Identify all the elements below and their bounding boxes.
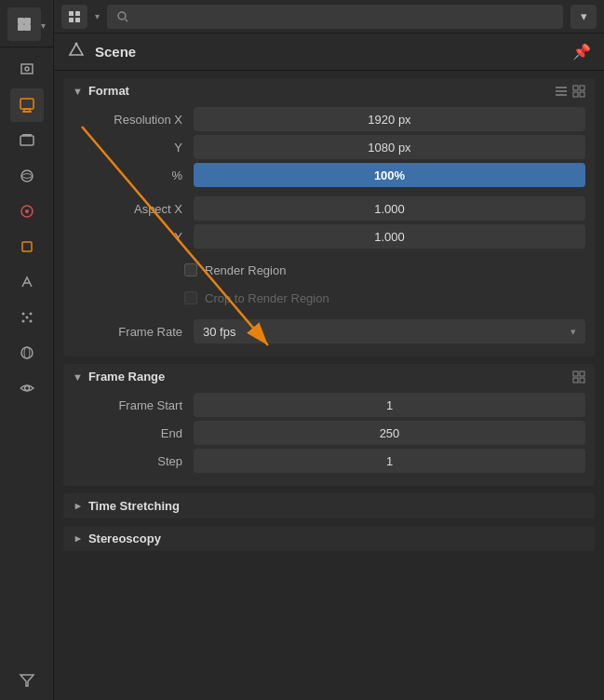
sidebar-icon-particles[interactable] (10, 301, 44, 334)
svg-rect-39 (573, 371, 578, 376)
frame-rate-label: Frame Rate (73, 325, 194, 339)
svg-point-21 (24, 347, 30, 358)
resolution-x-value[interactable]: 1920 px (194, 107, 585, 131)
frame-rate-dropdown[interactable]: 30 fps ▾ (194, 319, 585, 343)
svg-point-19 (29, 320, 32, 323)
crop-render-region-label: Crop to Render Region (205, 291, 329, 305)
properties-header: Scene 📌 (54, 34, 604, 71)
svg-rect-3 (24, 24, 31, 31)
stereoscopy-title: Stereoscopy (88, 532, 585, 545)
svg-point-22 (24, 386, 29, 391)
content-area: ▼ Format (54, 71, 604, 700)
sidebar-icon-layers[interactable] (7, 7, 41, 41)
sidebar-icon-scene[interactable] (10, 53, 44, 87)
sidebar-icon-physics[interactable] (10, 336, 44, 370)
aspect-x-value[interactable]: 1.000 (194, 196, 585, 221)
frame-range-section-options[interactable] (572, 370, 585, 384)
render-region-label: Render Region (205, 263, 286, 277)
format-section-header[interactable]: ▼ Format (63, 78, 595, 103)
svg-rect-38 (580, 92, 584, 97)
svg-rect-26 (75, 18, 80, 22)
aspect-y-row: Y 1.000 (73, 224, 585, 249)
stereoscopy-chevron-icon: ▼ (72, 533, 83, 544)
time-stretching-section: ▼ Time Stretching (63, 493, 595, 518)
sidebar-icon-output[interactable] (10, 88, 44, 122)
svg-rect-8 (20, 136, 34, 145)
resolution-y-row: Y 1080 px (73, 135, 585, 159)
resolution-percent-label: % (73, 168, 194, 182)
sidebar-icon-scenedata[interactable] (10, 159, 44, 193)
crop-render-region-checkbox[interactable] (184, 291, 197, 304)
main-content: ▾ ▾ Scene 📌 (54, 0, 604, 700)
frame-range-section-header[interactable]: ▼ Frame Range (63, 364, 595, 389)
sidebar-icon-filter[interactable] (10, 663, 44, 696)
time-stretching-header[interactable]: ▼ Time Stretching (63, 493, 595, 518)
svg-rect-37 (573, 92, 578, 97)
svg-rect-13 (22, 242, 32, 251)
topbar-chevron[interactable]: ▾ (570, 5, 597, 29)
aspect-y-value[interactable]: 1.000 (194, 224, 585, 249)
frame-rate-value: 30 fps (203, 325, 235, 339)
stereoscopy-header[interactable]: ▼ Stereoscopy (63, 526, 595, 551)
svg-point-4 (25, 67, 29, 71)
sidebar-icon-world[interactable] (10, 195, 44, 228)
frame-range-section-title: Frame Range (88, 370, 567, 384)
frame-end-value[interactable]: 250 (194, 421, 585, 445)
format-section-body: Resolution X 1920 px Y 1080 px % (63, 103, 595, 357)
svg-point-20 (21, 347, 33, 358)
frame-rate-row: Frame Rate 30 fps ▾ (73, 319, 585, 343)
crop-render-region-row: Crop to Render Region (73, 286, 585, 310)
topbar-icon-button[interactable] (61, 5, 87, 29)
aspect-y-label: Y (73, 230, 194, 244)
svg-rect-1 (24, 18, 31, 24)
sidebar-icon-constraints[interactable] (10, 371, 44, 405)
svg-point-18 (21, 320, 24, 323)
svg-point-29 (75, 43, 78, 46)
svg-rect-2 (18, 24, 24, 31)
aspect-x-row: Aspect X 1.000 (73, 196, 585, 221)
frame-end-row: End 250 (73, 421, 585, 445)
format-chevron-icon: ▼ (73, 86, 83, 97)
frame-end-label: End (73, 426, 194, 440)
svg-point-10 (21, 170, 33, 182)
resolution-x-label: Resolution X (73, 113, 194, 127)
svg-point-16 (29, 313, 32, 316)
resolution-percent-value[interactable]: 100% (194, 163, 585, 187)
resolution-y-value[interactable]: 1080 px (194, 135, 585, 159)
svg-rect-42 (580, 378, 584, 383)
frame-start-label: Frame Start (73, 398, 194, 412)
render-region-checkbox[interactable] (184, 263, 197, 276)
svg-rect-40 (580, 371, 584, 376)
svg-point-12 (25, 209, 29, 213)
svg-rect-5 (20, 99, 34, 109)
sidebar-icon-object[interactable] (10, 230, 44, 263)
resolution-percent-row: % 100% (73, 163, 585, 187)
svg-rect-23 (69, 11, 74, 16)
resolution-x-row: Resolution X 1920 px (73, 107, 585, 131)
svg-rect-0 (18, 18, 24, 24)
frame-start-row: Frame Start 1 (73, 393, 585, 417)
page-title: Scene (95, 44, 136, 60)
pin-icon[interactable]: 📌 (572, 43, 591, 61)
svg-rect-24 (75, 11, 80, 16)
svg-rect-35 (573, 86, 578, 90)
svg-point-27 (118, 12, 126, 20)
time-stretching-title: Time Stretching (88, 499, 585, 513)
search-bar[interactable] (107, 5, 563, 29)
svg-rect-36 (580, 86, 584, 90)
sidebar-header: ▾ (0, 4, 53, 47)
frame-range-section-body: Frame Start 1 End 250 Step 1 (63, 389, 595, 486)
sidebar: ▾ (0, 0, 54, 700)
frame-start-value[interactable]: 1 (194, 393, 585, 417)
frame-step-value[interactable]: 1 (194, 449, 585, 473)
svg-rect-25 (69, 18, 74, 22)
sidebar-icon-viewlayer[interactable] (10, 124, 44, 157)
sidebar-icon-modifier[interactable] (10, 265, 44, 299)
svg-rect-41 (573, 378, 578, 383)
format-section-options[interactable] (554, 85, 585, 98)
svg-rect-9 (22, 134, 32, 136)
frame-step-row: Step 1 (73, 449, 585, 473)
svg-line-28 (126, 19, 128, 21)
render-region-row: Render Region (73, 258, 585, 282)
resolution-y-label: Y (73, 141, 194, 155)
